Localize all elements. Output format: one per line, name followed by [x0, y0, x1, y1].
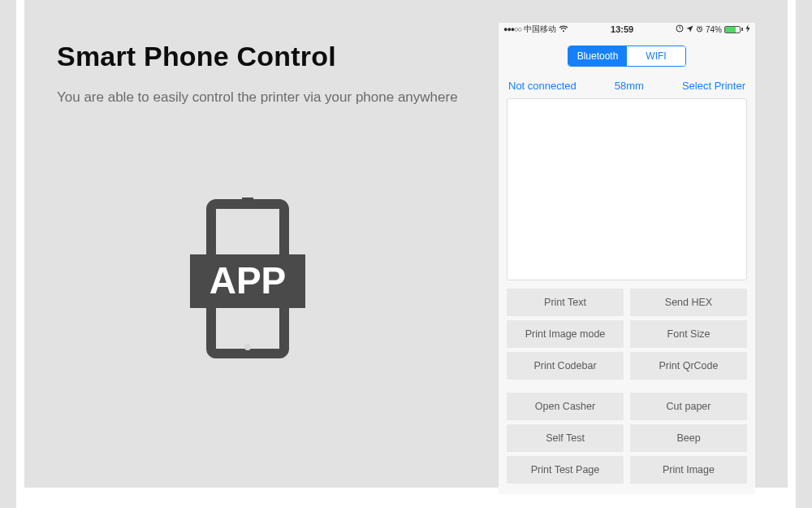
status-left: ●●●○○ 中国移动: [503, 24, 568, 35]
print-image-button[interactable]: Print Image: [630, 456, 747, 484]
alarm-icon: [696, 25, 703, 34]
connection-status[interactable]: Not connected: [508, 80, 577, 92]
paper-width[interactable]: 58mm: [615, 80, 644, 92]
send-hex-button[interactable]: Send HEX: [630, 289, 747, 316]
print-image-mode-button[interactable]: Print Image mode: [507, 320, 624, 348]
carrier-label: 中国移动: [524, 24, 556, 35]
battery-icon: [724, 26, 743, 33]
charging-icon: [745, 24, 750, 34]
wifi-icon: [559, 25, 568, 34]
app-illustration: APP: [179, 198, 474, 363]
app-label-text: APP: [209, 259, 287, 302]
page-title: Smart Phone Control: [57, 41, 474, 72]
signal-dots-icon: ●●●○○: [503, 25, 521, 33]
left-column: Smart Phone Control You are able to easi…: [24, 0, 499, 488]
print-codebar-button[interactable]: Print Codebar: [507, 352, 624, 380]
rotation-lock-icon: [676, 24, 684, 34]
status-right: 74%: [676, 24, 750, 34]
connection-segmented-wrap: Bluetooth WIFI: [499, 36, 755, 75]
segment-wifi[interactable]: WIFI: [627, 46, 685, 66]
phone-screenshot: ●●●○○ 中国移动 13:59: [499, 23, 755, 494]
location-icon: [686, 25, 693, 34]
select-printer-link[interactable]: Select Printer: [682, 80, 745, 92]
cut-paper-button[interactable]: Cut paper: [630, 393, 747, 420]
print-text-button[interactable]: Print Text: [507, 289, 624, 316]
content-panel: Smart Phone Control You are able to easi…: [24, 0, 788, 488]
print-textarea[interactable]: [507, 98, 747, 280]
status-time: 13:59: [611, 24, 633, 34]
page-subtitle: You are able to easily control the print…: [57, 87, 474, 108]
self-test-button[interactable]: Self Test: [507, 424, 624, 452]
beep-button[interactable]: Beep: [630, 424, 747, 452]
page-frame: Smart Phone Control You are able to easi…: [16, 0, 796, 508]
connection-segmented: Bluetooth WIFI: [568, 46, 686, 67]
action-button-grid: Print Text Send HEX Print Image mode Fon…: [499, 280, 755, 484]
print-test-page-button[interactable]: Print Test Page: [507, 456, 624, 484]
printer-info-row: Not connected 58mm Select Printer: [499, 75, 755, 98]
font-size-button[interactable]: Font Size: [630, 320, 747, 348]
segment-bluetooth[interactable]: Bluetooth: [568, 46, 627, 66]
battery-percent: 74%: [706, 25, 722, 34]
group-separator: [507, 384, 747, 389]
svg-point-2: [244, 344, 251, 350]
open-casher-button[interactable]: Open Casher: [507, 393, 624, 420]
status-bar: ●●●○○ 中国移动 13:59: [499, 23, 755, 36]
svg-point-4: [676, 25, 683, 32]
svg-rect-1: [242, 198, 253, 202]
print-qrcode-button[interactable]: Print QrCode: [630, 352, 747, 380]
